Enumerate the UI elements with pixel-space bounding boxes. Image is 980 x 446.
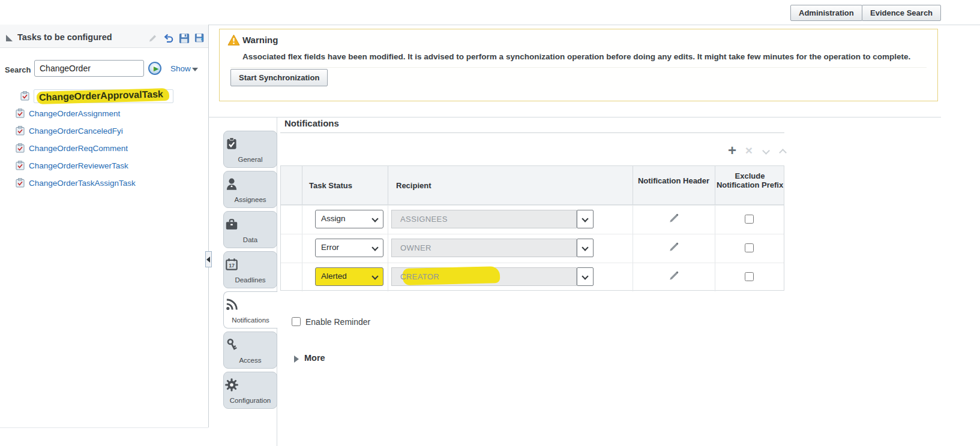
chevron-down-icon <box>762 147 770 155</box>
gear-icon <box>224 377 239 393</box>
move-up-button[interactable] <box>777 145 789 157</box>
tab-access[interactable]: Access <box>223 332 277 369</box>
tab-data[interactable]: Data <box>223 211 277 248</box>
recipient-value: OWNER <box>400 243 431 252</box>
task-icon <box>16 126 25 135</box>
edit-notification-header-icon-row1[interactable] <box>668 213 679 224</box>
notifications-table: Task Status Recipient Notification Heade… <box>280 165 784 291</box>
briefcase-icon <box>224 216 239 232</box>
edit-notification-header-icon-row3[interactable] <box>668 271 679 282</box>
administration-button[interactable]: Administration <box>790 5 862 21</box>
svg-text:17: 17 <box>229 263 235 269</box>
task-item-selected[interactable]: ChangeOrderApprovalTask <box>20 89 173 103</box>
column-divider <box>302 166 302 205</box>
more-disclosure-icon[interactable] <box>294 355 299 363</box>
search-go-button[interactable]: ▶ <box>148 62 161 75</box>
recipient-dropdown-button-row3[interactable] <box>577 267 594 286</box>
tab-general[interactable]: General <box>223 131 277 168</box>
exclude-prefix-checkbox-row1[interactable] <box>745 215 754 224</box>
chevron-down-icon <box>371 215 378 222</box>
tab-label: Assignees <box>224 196 277 203</box>
tab-label: Access <box>224 357 277 364</box>
column-divider <box>633 205 633 291</box>
tab-notifications[interactable]: Notifications <box>223 291 278 329</box>
task-status-select-row1[interactable]: Assign <box>315 210 383 228</box>
splitter[interactable] <box>208 25 209 427</box>
panel-top-border <box>208 117 941 117</box>
task-link[interactable]: ChangeOrderTaskAssignTask <box>29 179 136 188</box>
task-item[interactable]: ChangeOrderReviewerTask <box>16 159 128 172</box>
undo-icon[interactable] <box>163 33 174 44</box>
task-status-select-row2[interactable]: Error <box>315 239 383 257</box>
column-divider <box>388 166 388 205</box>
exclude-prefix-checkbox-row3[interactable] <box>745 272 754 281</box>
row-divider <box>281 234 784 234</box>
column-divider <box>388 205 388 291</box>
sidebar-title: Tasks to be configured <box>17 32 112 42</box>
search-label: Search <box>5 65 31 74</box>
chevron-down-icon <box>371 244 378 251</box>
task-item[interactable]: ChangeOrderTaskAssignTask <box>16 176 136 189</box>
highlighted-task-label[interactable]: ChangeOrderApprovalTask <box>37 88 169 104</box>
section-title-divider <box>280 132 784 133</box>
key-icon <box>224 337 239 352</box>
show-link[interactable]: Show <box>170 64 191 73</box>
table-toolbar: + × <box>726 144 790 158</box>
warning-title: Warning <box>242 35 278 45</box>
tab-label: Notifications <box>224 317 277 324</box>
more-label[interactable]: More <box>304 353 325 363</box>
task-icon <box>16 178 25 188</box>
tab-deadlines[interactable]: 17 Deadlines <box>223 251 277 288</box>
task-link[interactable]: ChangeOrderReqComment <box>29 144 128 153</box>
tab-label: Deadlines <box>224 276 277 284</box>
selected-task-box: ChangeOrderApprovalTask <box>34 89 173 103</box>
task-item[interactable]: ChangeOrderCanceledFyi <box>16 124 123 137</box>
task-status-select-row3[interactable]: Alerted <box>315 267 383 286</box>
edit-pencil-icon[interactable] <box>148 33 158 44</box>
person-icon <box>224 176 239 192</box>
recipient-dropdown-button-row2[interactable] <box>577 239 594 257</box>
enable-reminder-checkbox[interactable] <box>292 317 301 326</box>
row-divider <box>281 205 784 206</box>
show-caret-icon[interactable] <box>192 68 198 71</box>
app-root: Administration Evidence Search Tasks to … <box>0 0 980 446</box>
recipient-field-row1: ASSIGNEES <box>391 210 577 228</box>
chevron-down-icon <box>582 215 588 222</box>
save-icon[interactable] <box>179 33 190 44</box>
column-header-recipient: Recipient <box>396 166 431 205</box>
task-item[interactable]: ChangeOrderReqComment <box>16 141 128 155</box>
task-item[interactable]: ChangeOrderAssignment <box>16 107 120 120</box>
save-all-icon[interactable] <box>194 33 205 44</box>
edit-notification-header-icon-row2[interactable] <box>668 242 679 253</box>
recipient-field-row2: OWNER <box>391 239 577 257</box>
task-link[interactable]: ChangeOrderAssignment <box>29 109 120 118</box>
row-divider <box>281 263 784 263</box>
collapse-left-icon <box>206 257 210 263</box>
task-icon <box>16 143 25 153</box>
delete-row-button[interactable]: × <box>743 145 755 157</box>
column-header-task-status: Task Status <box>309 166 352 205</box>
task-link[interactable]: ChangeOrderCanceledFyi <box>29 126 123 135</box>
sidebar-bottom-divider <box>0 427 208 428</box>
select-value: Error <box>321 243 339 252</box>
notifications-section-title: Notifications <box>284 118 339 128</box>
warning-banner: Warning Associated flex fields have been… <box>219 29 938 101</box>
panel-collapse-icon[interactable] <box>6 35 13 41</box>
chevron-down-icon <box>371 273 378 279</box>
move-down-button[interactable] <box>760 145 772 157</box>
evidence-search-button[interactable]: Evidence Search <box>862 5 941 21</box>
recipient-dropdown-button-row1[interactable] <box>577 210 594 228</box>
splitter-collapse-handle[interactable] <box>205 251 212 267</box>
exclude-prefix-checkbox-row2[interactable] <box>745 243 754 252</box>
tab-label: Configuration <box>224 397 277 404</box>
add-row-button[interactable]: + <box>726 145 738 157</box>
tab-assignees[interactable]: Assignees <box>223 171 277 208</box>
tab-configuration[interactable]: Configuration <box>223 372 277 409</box>
calendar-17-icon: 17 <box>224 257 239 272</box>
task-icon <box>16 161 25 170</box>
search-input[interactable] <box>34 60 144 77</box>
start-synchronization-button[interactable]: Start Synchronization <box>230 69 328 86</box>
task-link[interactable]: ChangeOrderReviewerTask <box>29 161 128 170</box>
tab-label: Data <box>224 236 277 243</box>
chevron-up-icon <box>779 149 787 156</box>
